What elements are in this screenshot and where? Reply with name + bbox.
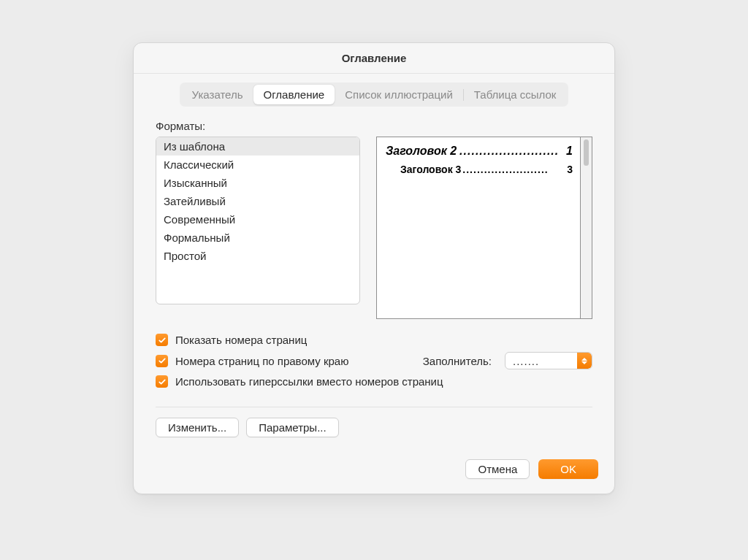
checkbox-row-right-align[interactable]: Номера страниц по правому краю Заполните…: [156, 349, 592, 372]
preview-line-2: Заголовок 3 ........................ 3: [384, 161, 574, 178]
preview-heading: Заголовок 3: [400, 164, 461, 175]
checkbox-row-hyperlinks[interactable]: Использовать гиперссылки вместо номеров …: [156, 372, 592, 391]
preview-heading: Заголовок 2: [386, 145, 457, 158]
checkbox-checked-icon[interactable]: [156, 355, 168, 367]
checkbox-row-show-pages[interactable]: Показать номера страниц: [156, 331, 592, 349]
tabs-row: Указатель Оглавление Список иллюстраций …: [134, 74, 614, 112]
formats-listbox[interactable]: Из шаблона Классический Изысканный Затей…: [156, 137, 360, 304]
modify-button[interactable]: Изменить...: [156, 418, 239, 437]
checkbox-label: Использовать гиперссылки вместо номеров …: [175, 375, 443, 388]
format-item[interactable]: Из шаблона: [156, 137, 359, 156]
checkbox-label: Номера страниц по правому краю: [175, 355, 348, 367]
format-item[interactable]: Затейливый: [156, 192, 359, 210]
preview-dots: .........................: [459, 145, 563, 158]
format-item[interactable]: Классический: [156, 156, 359, 174]
ok-button[interactable]: OK: [538, 459, 598, 479]
formats-label: Форматы:: [156, 120, 592, 132]
filler-select[interactable]: .......: [505, 352, 592, 369]
tab-illustrations[interactable]: Список иллюстраций: [335, 85, 463, 104]
preview-wrap: Заголовок 2 ......................... 1 …: [376, 137, 592, 319]
tab-toc[interactable]: Оглавление: [253, 85, 335, 104]
select-stepper-icon: [577, 353, 592, 369]
divider: [156, 407, 592, 407]
dialog-footer: Отмена OK: [134, 448, 614, 494]
filler-value: .......: [513, 355, 539, 367]
preview-page: 3: [567, 164, 573, 175]
secondary-buttons: Изменить... Параметры...: [156, 418, 592, 437]
dialog-window: Оглавление Указатель Оглавление Список и…: [133, 42, 615, 494]
preview-scrollbar[interactable]: [581, 137, 592, 319]
options-button[interactable]: Параметры...: [246, 418, 338, 437]
columns: Из шаблона Классический Изысканный Затей…: [156, 137, 592, 319]
preview-line-1: Заголовок 2 ......................... 1: [384, 142, 574, 161]
filler-label: Заполнитель:: [423, 355, 492, 367]
cancel-button[interactable]: Отмена: [465, 459, 530, 479]
tabs-segmented: Указатель Оглавление Список иллюстраций …: [180, 83, 569, 107]
preview-pane: Заголовок 2 ......................... 1 …: [376, 137, 581, 319]
format-item[interactable]: Формальный: [156, 229, 359, 247]
format-item[interactable]: Простой: [156, 247, 359, 265]
dialog-title: Оглавление: [134, 43, 614, 74]
format-item[interactable]: Изысканный: [156, 174, 359, 192]
checkbox-checked-icon[interactable]: [156, 334, 168, 346]
checkbox-group: Показать номера страниц Номера страниц п…: [156, 331, 592, 391]
format-item[interactable]: Современный: [156, 210, 359, 229]
preview-page: 1: [566, 145, 573, 158]
tab-references[interactable]: Таблица ссылок: [464, 85, 567, 104]
checkbox-label: Показать номера страниц: [175, 334, 307, 346]
scrollbar-thumb[interactable]: [584, 139, 589, 166]
checkbox-checked-icon[interactable]: [156, 375, 168, 388]
dialog-body: Форматы: Из шаблона Классический Изыскан…: [134, 112, 614, 448]
tab-index[interactable]: Указатель: [182, 85, 253, 104]
preview-dots: ........................: [462, 164, 565, 175]
